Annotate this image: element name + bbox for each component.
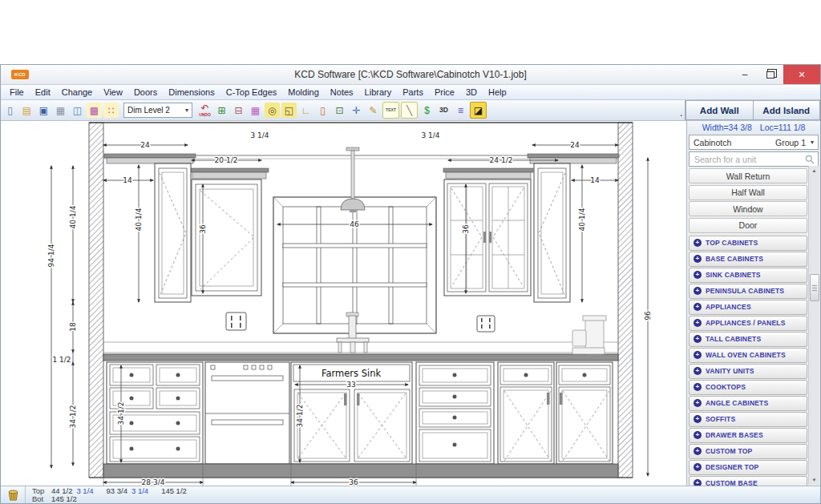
category-soffits[interactable]: +SOFFITS xyxy=(689,412,807,427)
cabinet-value-icon[interactable]: ⊡ xyxy=(332,103,347,118)
dim-24-left: 24 xyxy=(140,141,150,149)
line-tool-icon[interactable]: ╲ xyxy=(401,102,418,119)
expand-plus-icon: + xyxy=(694,351,702,359)
undo-icon[interactable]: ↶UNDO xyxy=(197,103,212,118)
outlet-left[interactable] xyxy=(226,312,246,330)
upper-cabinet-right[interactable] xyxy=(534,163,570,302)
search-box[interactable] xyxy=(689,151,819,167)
unit-item-window[interactable]: Window xyxy=(689,201,807,216)
scroll-down-icon[interactable]: ▼ xyxy=(812,475,817,485)
add-island-button[interactable]: Add Island xyxy=(754,100,821,120)
dim-level-select[interactable]: Dim Level 2 ▾ xyxy=(123,103,192,118)
open-folder-icon[interactable]: ▤ xyxy=(19,103,34,118)
minimize-button[interactable]: – xyxy=(732,65,758,84)
expand-plus-icon: + xyxy=(694,255,702,263)
menu-3d[interactable]: 3D xyxy=(460,87,483,98)
category-angle-cabinets[interactable]: +ANGLE CABINETS xyxy=(689,396,807,411)
scrollbar-thumb[interactable] xyxy=(810,274,819,301)
draw-note-icon[interactable]: ✎ xyxy=(366,103,381,118)
wall-tool-icon[interactable]: ∟ xyxy=(298,103,313,118)
coffee-maker[interactable] xyxy=(572,316,606,354)
upper-cabinet-right-glass[interactable] xyxy=(444,179,531,296)
view-3d-icon[interactable]: 3D xyxy=(436,103,451,118)
menu-help[interactable]: Help xyxy=(483,87,512,98)
expand-plus-icon: + xyxy=(694,335,702,343)
drawer-stack[interactable] xyxy=(416,362,494,464)
add-wall-button[interactable]: Add Wall xyxy=(686,100,754,120)
wall-grid-icon[interactable]: ▦ xyxy=(248,103,263,118)
snap-points-icon[interactable]: ∷ xyxy=(103,103,119,118)
category-wall-oven-cabinets[interactable]: +WALL OVEN CABINETS xyxy=(689,348,807,363)
category-custom-top[interactable]: +CUSTOM TOP xyxy=(689,444,807,459)
upper-cabinet-left-wide[interactable] xyxy=(192,179,261,296)
category-label: TOP CABINETS xyxy=(706,239,758,247)
drawing-canvas[interactable]: Farmers Sink 33 xyxy=(1,121,687,486)
remove-cabinet-icon[interactable]: ⊟ xyxy=(231,103,246,118)
unit-item-wall-return[interactable]: Wall Return xyxy=(689,168,807,183)
kitchen-elevation-drawing[interactable]: Farmers Sink 33 xyxy=(1,121,681,490)
window-title: KCD Software [C:\KCD Software\Cabinotch … xyxy=(1,69,820,80)
category-custom-base[interactable]: +CUSTOM BASE xyxy=(689,476,807,486)
category-tall-cabinets[interactable]: +TALL CABINETS xyxy=(689,332,807,347)
new-file-icon[interactable]: ▯ xyxy=(2,103,18,118)
category-base-cabinets[interactable]: +BASE CABINETS xyxy=(689,252,807,267)
menu-edit[interactable]: Edit xyxy=(30,87,56,98)
menu-notes[interactable]: Notes xyxy=(325,87,359,98)
move-point-icon[interactable]: ✛ xyxy=(349,103,364,118)
dishwasher[interactable] xyxy=(205,362,289,464)
menu-c-top-edges[interactable]: C-Top Edges xyxy=(220,87,283,98)
expand-plus-icon: + xyxy=(694,303,702,311)
scroll-up-icon[interactable]: ▲ xyxy=(812,166,817,175)
print-icon[interactable]: ▦ xyxy=(53,103,68,118)
door-tool-icon[interactable]: ▯ xyxy=(315,103,330,118)
unit-item-door[interactable]: Door xyxy=(689,218,807,233)
category-vanity-units[interactable]: +VANITY UNITS xyxy=(689,364,807,379)
category-appliances-panels[interactable]: +APPLIANCES / PANELS xyxy=(689,316,807,331)
base-cabinet-door-left[interactable] xyxy=(498,362,554,464)
unit-item-half-wall[interactable]: Half Wall xyxy=(689,185,807,200)
menu-file[interactable]: File xyxy=(4,87,30,98)
category-drawer-bases[interactable]: +DRAWER BASES xyxy=(689,428,807,443)
menu-view[interactable]: View xyxy=(98,87,128,98)
sink-base-cabinet[interactable]: Farmers Sink 33 xyxy=(291,362,412,464)
base-cabinet-door-right[interactable] xyxy=(556,362,613,464)
text-tool-icon[interactable]: TEXT xyxy=(382,102,399,119)
upper-cabinet-left[interactable] xyxy=(155,163,191,302)
category-sink-cabinets[interactable]: +SINK CABINETS xyxy=(689,268,807,283)
add-cabinet-icon[interactable]: ⊞ xyxy=(214,103,229,118)
category-label: COOKTOPS xyxy=(706,383,746,391)
menu-library[interactable]: Library xyxy=(359,87,398,98)
menu-doors[interactable]: Doors xyxy=(128,87,163,98)
zoom-window-icon[interactable]: ◱ xyxy=(281,103,297,118)
layers-icon[interactable]: ≡ xyxy=(453,103,468,118)
menu-change[interactable]: Change xyxy=(56,87,99,98)
countertop[interactable] xyxy=(103,354,618,361)
toolbar-overflow-button[interactable]: ▪ xyxy=(677,101,685,119)
contrast-icon[interactable]: ◪ xyxy=(470,102,487,119)
category-label: DRAWER BASES xyxy=(706,431,763,439)
category-peninsula-cabinets[interactable]: +PENINSULA CABINETS xyxy=(689,284,807,299)
menu-molding[interactable]: Molding xyxy=(282,87,325,98)
menu-price[interactable]: Price xyxy=(429,87,460,98)
category-top-cabinets[interactable]: +TOP CABINETS xyxy=(689,236,807,251)
chevron-down-icon: ▾ xyxy=(185,107,188,114)
restore-button[interactable] xyxy=(758,65,783,84)
close-button[interactable]: ✕ xyxy=(783,65,820,84)
menu-dimensions[interactable]: Dimensions xyxy=(163,87,220,98)
pendant-light[interactable] xyxy=(341,147,365,212)
category-designer-top[interactable]: +DESIGNER TOP xyxy=(689,460,807,475)
category-cooktops[interactable]: +COOKTOPS xyxy=(689,380,807,395)
price-icon[interactable]: $ xyxy=(419,103,435,118)
search-input[interactable] xyxy=(693,154,805,165)
group-select[interactable]: Cabinotch Group 1 ▾ xyxy=(689,135,819,150)
pattern-grid-icon[interactable]: ▩ xyxy=(87,103,102,118)
dim-crown-gap-left: 3 1/4 xyxy=(250,131,269,139)
outlet-right[interactable] xyxy=(477,316,495,332)
expand-plus-icon: + xyxy=(694,479,702,486)
zoom-icon[interactable]: ◎ xyxy=(265,103,280,118)
save-icon[interactable]: ▣ xyxy=(36,103,51,118)
menu-parts[interactable]: Parts xyxy=(397,87,429,98)
sidebar-scrollbar[interactable]: ▲ ▼ xyxy=(808,166,819,485)
page-layout-icon[interactable]: ◫ xyxy=(70,103,85,118)
category-appliances[interactable]: +APPLIANCES xyxy=(689,300,807,315)
